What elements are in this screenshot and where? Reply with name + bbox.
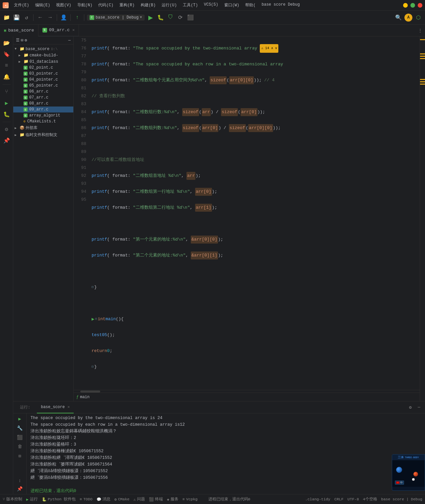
tree-minimize-icon[interactable]: ─	[68, 38, 71, 43]
tree-config-icon[interactable]: ⚙	[25, 38, 27, 43]
run-panel-minimize[interactable]: ─	[416, 404, 422, 411]
status-crlf[interactable]: CRLF	[334, 497, 344, 502]
status-config[interactable]: base score | Debug	[381, 497, 422, 502]
status-messages[interactable]: 💬 消息	[97, 497, 110, 502]
tree-09-arr[interactable]: C 09_arr.c	[13, 107, 73, 112]
status-python[interactable]: 🐍 Python 软件包	[42, 497, 76, 502]
run-scroll-icon[interactable]: ↕	[16, 477, 24, 485]
status-cmake[interactable]: ⚙ CMake	[114, 497, 129, 502]
run-trash-icon[interactable]: 🗑	[16, 443, 24, 451]
maximize-button[interactable]	[410, 3, 415, 8]
tree-root-item[interactable]: ▼ 📁 base_score D:\	[13, 46, 73, 52]
file-tab-close[interactable]: ✕	[72, 28, 75, 33]
breakpoint-icon-92[interactable]: ▶	[92, 315, 94, 323]
status-clang[interactable]: .clang-tidy	[305, 497, 330, 502]
project-view-icon[interactable]: 📂	[1, 38, 12, 48]
open-folder-icon[interactable]: 📁	[3, 14, 11, 22]
settings-icon[interactable]: ⚙	[1, 124, 12, 135]
coverage-icon[interactable]: ⛉	[167, 14, 175, 22]
menu-code[interactable]: 代码(C)	[96, 2, 116, 9]
tree-collapse-icon[interactable]: ⊟	[21, 38, 23, 43]
status-todo[interactable]: ≡ TODO	[80, 497, 93, 501]
run-tab-close[interactable]: ✕	[67, 404, 70, 409]
horizontal-scrollbar[interactable]	[74, 390, 420, 393]
tree-root-path: D:\	[51, 47, 58, 51]
debug-icon[interactable]: 🐛	[157, 14, 165, 22]
run-split-icon[interactable]: ⊞	[16, 452, 24, 460]
reload-icon[interactable]: ↺	[23, 14, 31, 22]
run-wrench-icon[interactable]: 🔧	[16, 424, 24, 432]
close-button[interactable]	[418, 3, 422, 8]
user-icon[interactable]: 👤	[60, 14, 68, 22]
tree-temp-files[interactable]: ▶ 📁 临时文件和控制文	[13, 131, 73, 138]
menu-run[interactable]: 运行(U)	[159, 2, 179, 9]
tab-row: ▣ base_score C 09_arr.c ✕ ⋮	[0, 25, 425, 36]
save-icon[interactable]: 💾	[13, 14, 21, 22]
menu-view[interactable]: 视图(V)	[53, 2, 74, 9]
menu-help[interactable]: 帮助(	[243, 2, 258, 9]
fold-icon-90[interactable]: ⊟	[92, 283, 94, 291]
status-services[interactable]: ◈ 服务	[167, 497, 178, 502]
run-output[interactable]: The space occupied by the two-dimensiona…	[27, 413, 425, 494]
menu-edit[interactable]: 编辑(E)	[33, 2, 53, 9]
menu-window[interactable]: 窗口(W)	[222, 2, 242, 9]
run-play-icon[interactable]: ▶	[16, 415, 24, 423]
tree-cmake-folder[interactable]: ▶ 📁 cmake-build-	[13, 52, 73, 58]
run-stop-icon[interactable]: ⬛	[16, 433, 24, 441]
status-problems[interactable]: ⚠ 问题	[133, 497, 145, 502]
tree-02-point[interactable]: C 02_point.c	[13, 65, 73, 71]
status-encoding[interactable]: UTF-8	[347, 497, 359, 502]
run-button[interactable]: ▶	[147, 14, 155, 22]
back-icon[interactable]: ←	[36, 14, 44, 22]
fold-icon-92[interactable]: ⊟	[95, 315, 97, 323]
bookmarks-icon[interactable]: 🔖	[1, 49, 12, 60]
three-body-widget[interactable]: 三体 THREE-BODY ★ 中	[392, 454, 425, 491]
menu-tools[interactable]: 工具(T)	[180, 2, 201, 9]
project-tab[interactable]: ▣ base_score	[0, 25, 38, 36]
structure-icon[interactable]: ≡	[1, 60, 12, 71]
status-vcs[interactable]: ⑂ 版本控制	[3, 497, 22, 502]
tree-05-pointer[interactable]: C 05_pointer.c	[13, 83, 73, 89]
stop-icon[interactable]: ⬛	[186, 14, 194, 22]
menu-nav[interactable]: 导航(N)	[75, 2, 95, 9]
run-panel-settings[interactable]: ⚙	[407, 404, 414, 411]
tree-06-arr[interactable]: C 06_arr.c	[13, 89, 73, 95]
menu-refactor[interactable]: 重构(R)	[117, 2, 137, 9]
status-indent[interactable]: 4个空格	[363, 497, 377, 502]
plugin-icon[interactable]: ⬡	[414, 14, 422, 22]
menu-build[interactable]: 构建(B)	[138, 2, 159, 9]
code-editor[interactable]: 75 76 77 78 79 80 81 82 83 84 85 86	[74, 36, 420, 390]
avatar-icon[interactable]: A	[404, 14, 412, 22]
search-icon[interactable]: 🔍	[394, 14, 402, 22]
git-icon[interactable]: ⑂	[1, 87, 12, 97]
menu-file[interactable]: 文件(E)	[11, 2, 32, 9]
tab-more-options[interactable]: ⋮	[415, 28, 425, 33]
status-vcpkg[interactable]: ≡ Vcpkg	[182, 497, 197, 501]
tree-array-algorit[interactable]: C array_algorit	[13, 112, 73, 118]
debug-action-icon[interactable]: 🐛	[1, 109, 12, 120]
pin-icon[interactable]: 📌	[1, 135, 12, 146]
forward-icon[interactable]: →	[46, 14, 54, 22]
tree-external-libs[interactable]: ▶ 📦 外部库	[13, 124, 73, 131]
tree-c-icon: C	[24, 78, 28, 82]
run-pin-icon[interactable]: 📌	[16, 485, 24, 493]
run-tab-base-score[interactable]: base_score ✕	[37, 401, 74, 413]
fold-icon-95[interactable]: ⊟	[92, 363, 94, 371]
run-config-selector[interactable]: C base_score | Debug ▼	[87, 15, 145, 21]
minimize-button[interactable]	[403, 3, 408, 8]
tree-07-arr[interactable]: C 07_arr.c	[13, 95, 73, 101]
status-terminal[interactable]: ⬛ 终端	[149, 497, 163, 502]
menu-vcs[interactable]: VCS(S)	[201, 2, 221, 9]
status-run[interactable]: ▶ 运行	[26, 497, 38, 502]
tree-expand-icon[interactable]: ☰	[16, 38, 20, 43]
notification-icon[interactable]: 🔔	[1, 72, 12, 82]
tree-04-pointer[interactable]: C 04_pointer.c	[13, 77, 73, 83]
profiler-icon[interactable]: ⟳	[177, 14, 184, 22]
tree-dataclass-folder[interactable]: ▶ 📁 01_dataclass	[13, 58, 73, 65]
file-tab-09-arr[interactable]: C 09_arr.c ✕	[38, 25, 79, 36]
tree-cmakelists[interactable]: ⚙ CMakeLists.t	[13, 118, 73, 124]
vcs-arrow-icon[interactable]: ↑	[73, 14, 81, 22]
tree-03-pointer[interactable]: C 03_pointer.c	[13, 71, 73, 77]
tree-08-arr[interactable]: C 08_arr.c	[13, 101, 73, 107]
run-action-icon[interactable]: ▶	[1, 98, 12, 108]
